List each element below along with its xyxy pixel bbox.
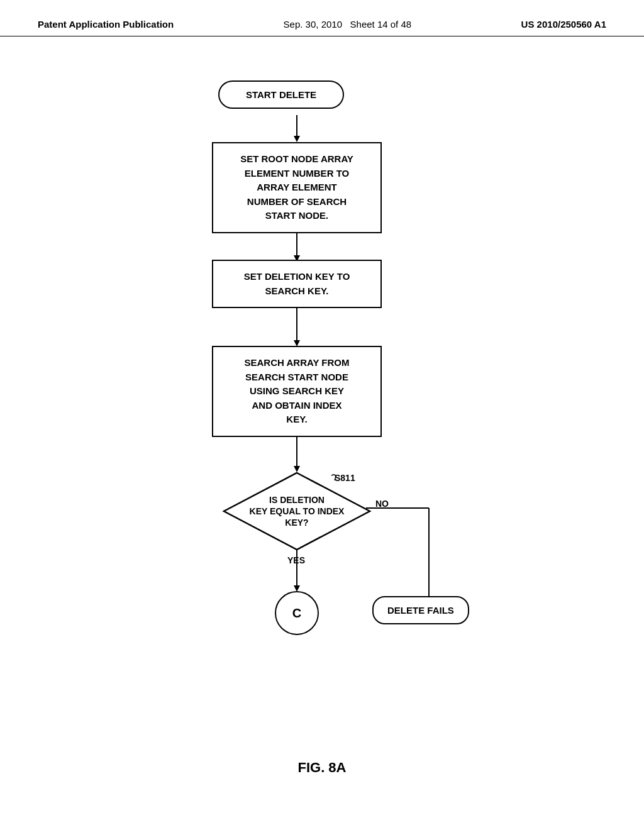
s802-shape: SET DELETION KEY TOSEARCH KEY. [212, 260, 382, 308]
s802-node: SET DELETION KEY TOSEARCH KEY. [212, 260, 382, 308]
delete-fails-label: DELETE FAILS [387, 605, 454, 616]
sheet-info: Sheet 14 of 48 [350, 19, 412, 30]
c-label: C [292, 606, 301, 621]
delete-fails-shape: DELETE FAILS [372, 596, 469, 624]
s810-node: SEARCH ARRAY FROMSEARCH START NODEUSING … [212, 346, 382, 437]
s801-node: SET ROOT NODE ARRAYELEMENT NUMBER TOARRA… [212, 142, 382, 233]
start-delete-label: START DELETE [246, 89, 316, 100]
c-shape: C [275, 591, 319, 635]
diagram-container: START DELETE S801 SET ROOT NODE ARRAYELE… [0, 36, 644, 776]
page: Patent Application Publication Sep. 30, … [0, 0, 644, 776]
header-center: Sep. 30, 2010 Sheet 14 of 48 [284, 18, 412, 31]
svg-marker-1 [294, 136, 300, 142]
publication-date: Sep. 30, 2010 [284, 19, 342, 30]
s801-text: SET ROOT NODE ARRAYELEMENT NUMBER TOARRA… [240, 152, 353, 223]
figure-label: FIG. 8A [297, 760, 346, 776]
s811-text: IS DELETIONKEY EQUAL TO INDEXKEY? [250, 494, 345, 529]
s810-shape: SEARCH ARRAY FROMSEARCH START NODEUSING … [212, 346, 382, 437]
yes-label: YES [287, 555, 305, 565]
s811-shape: IS DELETIONKEY EQUAL TO INDEXKEY? [221, 470, 372, 552]
patent-number: US 2010/250560 A1 [521, 18, 606, 31]
flowchart-area: START DELETE S801 SET ROOT NODE ARRAYELE… [102, 68, 542, 760]
publication-title: Patent Application Publication [38, 18, 174, 31]
s810-text: SEARCH ARRAY FROMSEARCH START NODEUSING … [245, 356, 350, 427]
c-node: C [275, 591, 319, 635]
s811-node: IS DELETIONKEY EQUAL TO INDEXKEY? [221, 470, 372, 552]
delete-fails-node: DELETE FAILS [372, 596, 469, 624]
page-header: Patent Application Publication Sep. 30, … [0, 0, 644, 36]
s801-shape: SET ROOT NODE ARRAYELEMENT NUMBER TOARRA… [212, 142, 382, 233]
start-delete-shape: START DELETE [218, 80, 344, 109]
start-delete-node: START DELETE [218, 80, 344, 109]
no-label: NO [375, 499, 389, 509]
s802-text: SET DELETION KEY TOSEARCH KEY. [244, 270, 350, 298]
